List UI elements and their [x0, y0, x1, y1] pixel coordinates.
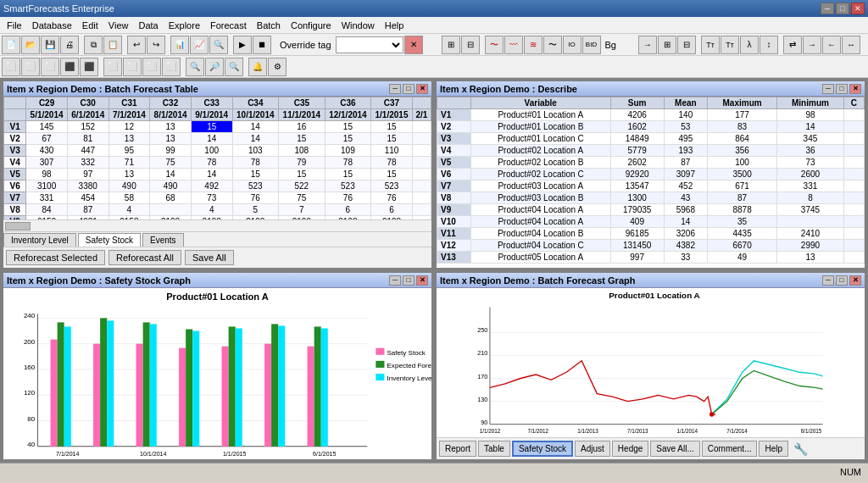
help-button[interactable]: Help: [759, 441, 788, 457]
safety-graph-close[interactable]: ✕: [416, 275, 428, 286]
menu-help[interactable]: Help: [380, 19, 409, 32]
menu-forecast[interactable]: Forecast: [205, 19, 252, 32]
desc-max: 864: [708, 133, 777, 145]
tb-stop[interactable]: ⏹: [253, 36, 271, 54]
minimize-button[interactable]: ─: [821, 3, 834, 14]
tb-arr4[interactable]: ←: [822, 36, 841, 54]
tb-t2[interactable]: Тт: [721, 36, 739, 54]
comment-button[interactable]: Comment...: [702, 441, 758, 457]
forecast-graph-close[interactable]: ✕: [849, 275, 861, 286]
menu-configure[interactable]: Configure: [286, 19, 337, 32]
menu-data[interactable]: Data: [133, 19, 163, 32]
tab-events[interactable]: Events: [142, 233, 184, 247]
tb2-tools[interactable]: ⚙: [268, 58, 287, 76]
toolbar-2: ⬜ ⬜ ⬜ ⬛ ⬛ ⬜ ⬜ ⬜ ⬜ 🔍 🔎 🔍 🔔 ⚙: [0, 56, 868, 78]
tb-copy[interactable]: ⧉: [84, 36, 103, 54]
tb-sort[interactable]: ↕: [760, 36, 778, 54]
tb-print[interactable]: 🖨: [60, 36, 79, 54]
tb-undo[interactable]: ↩: [127, 36, 146, 54]
reforecast-all-button[interactable]: Reforecast All: [108, 250, 181, 265]
tb2-search3[interactable]: 🔍: [225, 58, 243, 76]
tb-grid2[interactable]: ⊟: [677, 36, 696, 54]
hedge-button[interactable]: Hedge: [612, 441, 648, 457]
forecast-graph-maximize[interactable]: □: [836, 275, 848, 286]
cell: 3380: [67, 180, 108, 192]
cell: [412, 204, 431, 216]
tb-icon2[interactable]: ⊟: [461, 36, 480, 54]
adjust-button[interactable]: Adjust: [575, 441, 610, 457]
tb-io[interactable]: IO: [563, 36, 581, 54]
tb2-btn3[interactable]: ⬜: [41, 58, 59, 76]
tb-save[interactable]: 💾: [41, 36, 59, 54]
tb-icon1[interactable]: ⊞: [442, 36, 460, 54]
safety-stock-button[interactable]: Safety Stock: [512, 441, 573, 457]
table-button[interactable]: Table: [478, 441, 510, 457]
describe-maximize[interactable]: □: [836, 84, 848, 94]
batch-table-hscroll[interactable]: [3, 219, 431, 231]
menu-database[interactable]: Database: [27, 19, 77, 32]
save-all-graph-button[interactable]: Save All...: [650, 441, 699, 457]
tb-lambda[interactable]: λ: [740, 36, 759, 54]
tb2-btn2[interactable]: ⬜: [21, 58, 40, 76]
forecast-graph-minimize[interactable]: ─: [822, 275, 834, 286]
tb2-btn6[interactable]: ⬜: [103, 58, 122, 76]
tb-chart[interactable]: 📊: [170, 36, 189, 54]
tb2-search2[interactable]: 🔎: [205, 58, 224, 76]
cell: 5: [232, 204, 279, 216]
tb-wave2[interactable]: 〰: [504, 36, 523, 54]
close-button[interactable]: ✕: [851, 3, 865, 14]
tb-t1[interactable]: Tт: [701, 36, 720, 54]
tb2-btn8[interactable]: ⬜: [142, 58, 161, 76]
tb-new[interactable]: 📄: [2, 36, 20, 54]
batch-table-minimize[interactable]: ─: [389, 84, 401, 94]
tb-paste[interactable]: 📋: [103, 36, 122, 54]
tab-safety-stock[interactable]: Safety Stock: [78, 233, 141, 247]
override-tag-select[interactable]: [336, 36, 403, 53]
save-all-button[interactable]: Save All: [185, 250, 234, 265]
reforecast-selected-button[interactable]: Reforecast Selected: [6, 250, 105, 265]
tb-arr2[interactable]: ⇄: [783, 36, 802, 54]
desc-row-v10: V10: [437, 216, 471, 228]
batch-table-maximize[interactable]: □: [403, 84, 415, 94]
describe-close[interactable]: ✕: [849, 84, 861, 94]
tb2-btn1[interactable]: ⬜: [2, 58, 20, 76]
menu-file[interactable]: File: [2, 19, 27, 32]
describe-scroll[interactable]: Variable Sum Mean Maximum Minimum C V1 P…: [437, 97, 865, 268]
tb2-flag[interactable]: 🔔: [248, 58, 267, 76]
menu-batch[interactable]: Batch: [252, 19, 286, 32]
describe-minimize[interactable]: ─: [822, 84, 834, 94]
tb-analyze[interactable]: 🔍: [209, 36, 228, 54]
cell: 15: [279, 169, 326, 180]
batch-table-scroll[interactable]: C29 C30 C31 C32 C33 C34 C35 C36 C37 5/1/…: [3, 97, 431, 219]
tb-wave3[interactable]: ≋: [524, 36, 542, 54]
menu-edit[interactable]: Edit: [77, 19, 103, 32]
batch-table-close[interactable]: ✕: [416, 84, 428, 94]
tb-redo[interactable]: ↪: [147, 36, 165, 54]
safety-graph-maximize[interactable]: □: [403, 275, 415, 286]
tb-wave1[interactable]: 〜: [485, 36, 504, 54]
menu-view[interactable]: View: [103, 19, 134, 32]
menu-window[interactable]: Window: [337, 19, 380, 32]
tb-arr5[interactable]: ↔: [842, 36, 860, 54]
maximize-button[interactable]: □: [836, 3, 849, 14]
tb-grid1[interactable]: ⊞: [658, 36, 676, 54]
tb2-btn5[interactable]: ⬛: [80, 58, 98, 76]
app-title: SmartForecasts Enterprise: [3, 3, 114, 14]
tb2-btn7[interactable]: ⬜: [123, 58, 142, 76]
tb2-btn4[interactable]: ⬛: [60, 58, 79, 76]
tb-x-btn[interactable]: ✕: [404, 36, 423, 54]
tb-run[interactable]: ▶: [233, 36, 252, 54]
tb2-search1[interactable]: 🔍: [186, 58, 204, 76]
tb2-btn9[interactable]: ⬜: [162, 58, 181, 76]
safety-graph-minimize[interactable]: ─: [389, 275, 401, 286]
tb-arrow1[interactable]: →: [638, 36, 657, 54]
menu-explore[interactable]: Explore: [164, 19, 205, 32]
tb-open[interactable]: 📂: [21, 36, 40, 54]
cell: 4: [191, 204, 232, 216]
tb-bid[interactable]: BID: [582, 36, 601, 54]
tb-wave4[interactable]: 〜: [543, 36, 562, 54]
tb-data[interactable]: 📈: [190, 36, 209, 54]
report-button[interactable]: Report: [439, 441, 476, 457]
tb-arr3[interactable]: →: [803, 36, 821, 54]
tab-inventory-level[interactable]: Inventory Level: [3, 233, 76, 247]
